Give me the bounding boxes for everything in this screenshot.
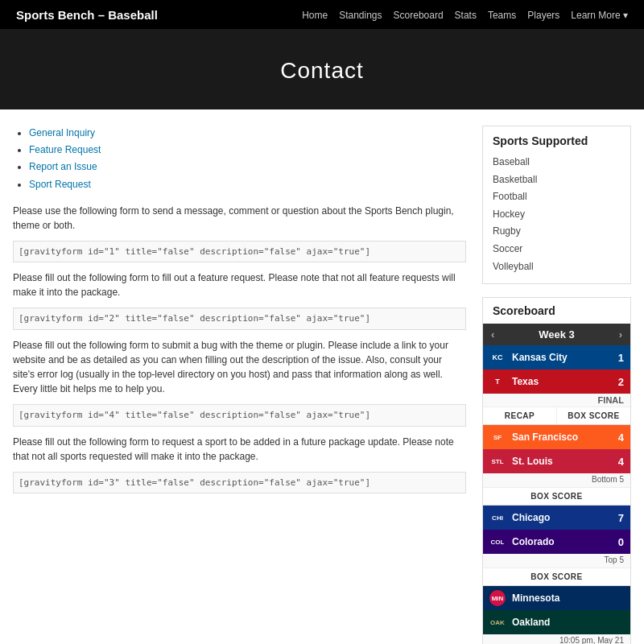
paragraph-3: Please fill out the following form to su… [13, 338, 466, 396]
tex-logo: T [489, 374, 506, 390]
nav-item-stats[interactable]: Stats [455, 9, 477, 21]
contact-links: General Inquiry Feature Request Report a… [29, 126, 466, 192]
sports-list: Baseball Basketball Football Hockey Rugb… [493, 154, 621, 275]
sport-soccer: Soccer [493, 241, 621, 258]
kc-name: Kansas City [512, 352, 609, 363]
game-3: CHI Chicago 7 COL Colorado 0 Top 5 BOX S… [483, 506, 630, 586]
game-3-status: Top 5 [483, 554, 630, 568]
chi-logo: CHI [489, 510, 506, 526]
sf-name: San Francisco [512, 431, 609, 443]
link-report-issue[interactable]: Report an Issue [29, 159, 466, 175]
week-label: Week 3 [539, 328, 575, 341]
site-title[interactable]: Sports Bench – Baseball [16, 8, 158, 22]
shortcode-1: [gravityform id="1" title="false" descri… [13, 241, 466, 263]
kc-logo: KC [489, 349, 506, 365]
sf-score: 4 [609, 431, 624, 444]
sport-volleyball: Volleyball [493, 258, 621, 276]
game-1-team1-row: KC Kansas City 1 [483, 345, 630, 369]
game-3-team2-row: COL Colorado 0 [483, 530, 630, 554]
nav-item-teams[interactable]: Teams [488, 9, 516, 21]
sf-logo: SF [489, 429, 506, 445]
shortcode-2: [gravityform id="2" title="false" descri… [13, 308, 466, 330]
game-4-status: 10:05 pm, May 21 [483, 634, 630, 644]
page-container: General Inquiry Feature Request Report a… [0, 109, 644, 644]
game-1-team2-row: T Texas 2 [483, 369, 630, 394]
kc-score: 1 [609, 352, 624, 364]
paragraph-1: Please use the following form to send a … [13, 204, 466, 233]
oak-name: Oakland [512, 617, 609, 628]
shortcode-4: [gravityform id="3" title="false" descri… [13, 472, 466, 494]
chi-name: Chicago [512, 512, 609, 523]
stl-logo: STL [489, 453, 506, 469]
sidebar: Sports Supported Baseball Basketball Foo… [482, 126, 631, 644]
prev-week-button[interactable]: ‹ [491, 328, 494, 341]
game-4-team1-row: MIN Minnesota [483, 586, 630, 610]
game-3-boxscore-button[interactable]: BOX SCORE [483, 568, 630, 585]
oak-logo: OAK [489, 614, 506, 630]
page-title: Contact [0, 58, 644, 84]
tex-name: Texas [512, 376, 609, 387]
next-week-button[interactable]: › [619, 328, 622, 341]
col-name: Colorado [512, 536, 609, 547]
game-2-boxscore-button[interactable]: BOX SCORE [483, 488, 630, 505]
stl-score: 4 [609, 456, 624, 468]
sports-supported-title: Sports Supported [493, 134, 621, 147]
tex-score: 2 [609, 376, 624, 388]
paragraph-2: Please fill out the following form to fi… [13, 270, 466, 299]
main-nav: Home Standings Scoreboard Stats Teams Pl… [302, 9, 628, 21]
sport-basketball: Basketball [493, 171, 621, 189]
col-score: 0 [609, 536, 624, 548]
game-1-boxscore-button[interactable]: BOX SCORE [556, 407, 630, 424]
scoreboard-widget: Scoreboard ‹ Week 3 › KC Kansas City 1 T… [482, 297, 631, 644]
sport-hockey: Hockey [493, 206, 621, 224]
game-2-actions: BOX SCORE [483, 487, 630, 505]
paragraph-4: Please fill out the following form to re… [13, 435, 466, 464]
week-nav: ‹ Week 3 › [483, 324, 630, 345]
site-header: Sports Bench – Baseball Home Standings S… [0, 0, 644, 29]
hero-section: Contact [0, 29, 644, 109]
col-logo: COL [489, 534, 506, 550]
nav-item-home[interactable]: Home [302, 9, 328, 21]
game-1-actions: RECAP BOX SCORE [483, 407, 630, 424]
main-content: General Inquiry Feature Request Report a… [13, 126, 466, 644]
game-2: SF San Francisco 4 STL St. Louis 4 Botto… [483, 425, 630, 506]
game-3-actions: BOX SCORE [483, 568, 630, 585]
game-1: KC Kansas City 1 T Texas 2 FINAL RECAP B… [483, 345, 630, 425]
nav-item-players[interactable]: Players [527, 9, 559, 21]
link-sport-request[interactable]: Sport Request [29, 177, 466, 192]
link-feature-request[interactable]: Feature Request [29, 142, 466, 158]
stl-name: St. Louis [512, 456, 609, 467]
sport-football: Football [493, 188, 621, 206]
sports-supported-widget: Sports Supported Baseball Basketball Foo… [482, 126, 631, 284]
nav-item-learn-more[interactable]: Learn More ▾ [571, 9, 628, 21]
game-2-status: Bottom 5 [483, 473, 630, 487]
game-2-team2-row: STL St. Louis 4 [483, 449, 630, 473]
shortcode-3: [gravityform id="4" title="false" descri… [13, 404, 466, 427]
sport-baseball: Baseball [493, 154, 621, 171]
chi-score: 7 [609, 512, 624, 524]
link-general-inquiry[interactable]: General Inquiry [29, 126, 466, 141]
game-2-team1-row: SF San Francisco 4 [483, 425, 630, 449]
min-logo: MIN [489, 590, 506, 606]
game-3-team1-row: CHI Chicago 7 [483, 506, 630, 530]
game-4-team2-row: OAK Oakland [483, 610, 630, 634]
game-1-recap-button[interactable]: RECAP [483, 407, 556, 424]
nav-item-scoreboard[interactable]: Scoreboard [394, 9, 444, 21]
scoreboard-title: Scoreboard [483, 298, 630, 324]
game-1-status: FINAL [483, 394, 630, 407]
sport-rugby: Rugby [493, 223, 621, 241]
nav-menu: Home Standings Scoreboard Stats Teams Pl… [302, 9, 628, 21]
game-4: MIN Minnesota OAK Oakland 10:05 pm, May … [483, 586, 630, 644]
nav-item-standings[interactable]: Standings [339, 9, 382, 21]
min-name: Minnesota [512, 592, 609, 604]
